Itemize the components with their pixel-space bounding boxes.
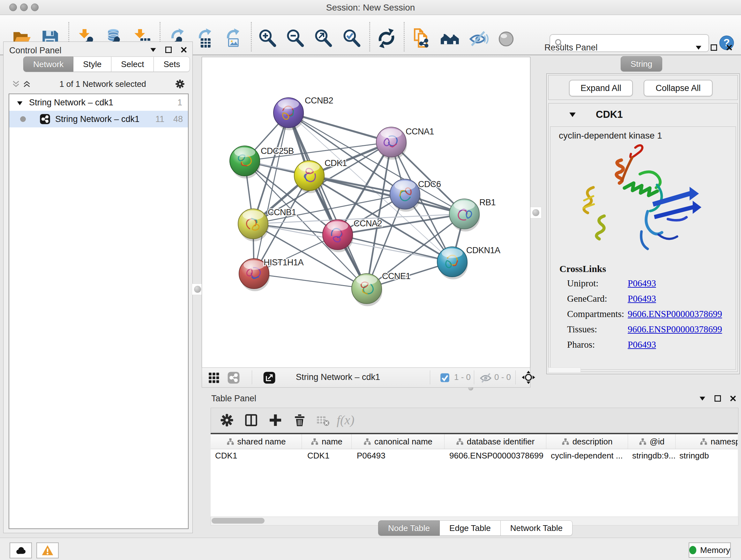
crosslink-link[interactable]: P06493 — [628, 278, 656, 288]
tab-edge-table[interactable]: Edge Table — [440, 520, 501, 536]
zoom-in-button[interactable] — [257, 28, 278, 49]
export-image-button[interactable] — [220, 28, 241, 49]
tab-select[interactable]: Select — [111, 57, 154, 72]
network-node-CCNA1[interactable] — [376, 127, 407, 160]
warnings-button[interactable] — [37, 543, 59, 558]
column-header-name[interactable]: name — [302, 434, 352, 449]
zoom-fit-content-icon — [313, 28, 334, 49]
network-node-CDC6[interactable] — [390, 179, 421, 212]
network-node-CDKN1A[interactable] — [437, 247, 468, 279]
network-from-selection-button[interactable] — [411, 28, 432, 49]
share-view-icon[interactable] — [227, 371, 240, 384]
collapse-all-networks-icon[interactable] — [12, 80, 20, 88]
node-label-CDK1: CDK1 — [325, 159, 347, 168]
crosslink-row: Tissues:9606.ENSP00000378699 — [567, 324, 722, 339]
expand-all-button[interactable]: Expand All — [569, 80, 633, 97]
collapse-panel-icon[interactable] — [694, 44, 703, 52]
network-status-dot — [20, 116, 26, 122]
collapse-panel-icon[interactable] — [698, 394, 706, 402]
collapse-panel-icon[interactable] — [149, 46, 157, 54]
float-panel-icon[interactable] — [714, 394, 722, 402]
close-panel-icon[interactable] — [725, 44, 733, 52]
gear-icon[interactable] — [175, 78, 185, 89]
column-header-canonical-name[interactable]: canonical name — [352, 434, 445, 449]
separator — [474, 370, 474, 384]
node-label-CDC6: CDC6 — [418, 179, 441, 189]
crosslink-link[interactable]: P06493 — [628, 294, 656, 304]
birds-eye-view-icon[interactable] — [521, 370, 536, 385]
results-actions: Expand All Collapse All — [548, 75, 738, 100]
open-in-new-window-icon[interactable] — [263, 371, 276, 384]
tab-string[interactable]: String — [621, 56, 662, 71]
hide-selected-button[interactable] — [468, 28, 489, 49]
float-panel-icon[interactable] — [164, 46, 173, 54]
close-panel-icon[interactable] — [180, 46, 188, 54]
column-header-shared-name[interactable]: shared name — [211, 434, 302, 449]
network-tree-header: 1 of 1 Network selected — [9, 75, 187, 93]
crosslink-link[interactable]: 9606.ENSP00000378699 — [628, 324, 722, 334]
table-cell: cyclin-dependent ... — [545, 449, 626, 462]
gene-entry-header[interactable]: CDK1 — [549, 104, 738, 126]
cloud-button[interactable] — [10, 543, 32, 558]
crosslink-link[interactable]: 9606.ENSP00000378699 — [628, 309, 722, 319]
zoom-selected-region-icon — [341, 28, 362, 49]
column-header-database-identifier[interactable]: database identifier — [445, 434, 546, 449]
network-canvas[interactable]: CCNB2CCNA1CDC25BCDK1CDC6RB1CCNB1CCNA2CDK… — [202, 57, 530, 368]
grid-view-icon[interactable] — [207, 371, 220, 384]
column-header-description[interactable]: description — [546, 434, 628, 449]
delete-column-trash-icon[interactable] — [292, 413, 307, 428]
zoom-fit-content-button[interactable] — [313, 28, 334, 49]
close-panel-icon[interactable] — [729, 394, 737, 402]
tab-sets[interactable]: Sets — [154, 57, 190, 72]
network-collection-row[interactable]: String Network – cdk1 1 — [9, 94, 188, 111]
network-node-CDK1[interactable] — [294, 161, 325, 193]
column-header-@id[interactable]: @id — [628, 434, 676, 449]
crosslink-label: Pharos: — [567, 339, 628, 350]
network-node-CCNE1[interactable] — [352, 273, 382, 306]
hidden-counts: 0 - 0 — [494, 372, 511, 382]
column-header-namespace[interactable]: namespace — [676, 434, 738, 449]
zoom-out-button[interactable] — [285, 28, 306, 49]
refresh-network-view-button[interactable] — [376, 28, 397, 49]
table-panel-tabs: Node TableEdge TableNetwork Table — [378, 520, 572, 536]
network-node-CCNB1[interactable] — [238, 209, 269, 241]
table-hscrollbar-thumb[interactable] — [212, 518, 265, 523]
table-settings-gear-icon[interactable] — [219, 413, 234, 428]
network-node-CDC25B[interactable] — [230, 146, 260, 179]
node-count: 11 — [155, 114, 164, 124]
expand-all-networks-icon[interactable] — [23, 80, 31, 88]
selected-checkbox-icon[interactable] — [440, 372, 450, 383]
tab-style[interactable]: Style — [73, 57, 111, 72]
hide-selected-icon — [468, 28, 489, 49]
node-label-CCNB2: CCNB2 — [305, 96, 333, 105]
network-node-RB1[interactable] — [449, 199, 480, 232]
protein-structure-image — [573, 141, 713, 278]
cloud-icon — [14, 544, 27, 557]
export-table-button[interactable] — [192, 28, 213, 49]
network-from-selection-icon — [411, 28, 432, 49]
hidden-eye-slash-icon[interactable] — [479, 371, 492, 384]
entry-expander-icon[interactable] — [568, 111, 577, 119]
table-row[interactable]: CDK1CDK1P064939606.ENSP00000378699cyclin… — [211, 449, 738, 462]
network-row[interactable]: String Network – cdk1 11 48 — [9, 111, 188, 127]
memory-button[interactable]: Memory — [689, 543, 731, 558]
network-view-title: String Network – cdk1 — [296, 372, 380, 382]
tree-expander-icon[interactable] — [16, 99, 23, 106]
toolbar-separator — [251, 22, 252, 51]
crosslink-link[interactable]: P06493 — [628, 339, 656, 350]
tab-network-table[interactable]: Network Table — [501, 520, 572, 536]
tab-node-table[interactable]: Node Table — [378, 520, 440, 536]
show-all-button[interactable] — [495, 28, 517, 49]
first-neighbors-button[interactable] — [440, 28, 461, 49]
tab-network[interactable]: Network — [23, 57, 73, 72]
zoom-selected-region-button[interactable] — [341, 28, 362, 49]
network-graph[interactable]: CCNB2CCNA1CDC25BCDK1CDC6RB1CCNB1CCNA2CDK… — [202, 57, 530, 368]
add-column-icon[interactable] — [268, 413, 283, 428]
zoom-in-icon — [257, 28, 278, 49]
float-panel-icon[interactable] — [710, 44, 718, 52]
show-columns-icon[interactable] — [244, 413, 259, 428]
network-node-CCNB2[interactable] — [273, 98, 304, 130]
export-table-icon — [192, 28, 213, 49]
collapse-all-button[interactable]: Collapse All — [644, 80, 713, 97]
results-hscrollbar[interactable] — [548, 368, 581, 373]
